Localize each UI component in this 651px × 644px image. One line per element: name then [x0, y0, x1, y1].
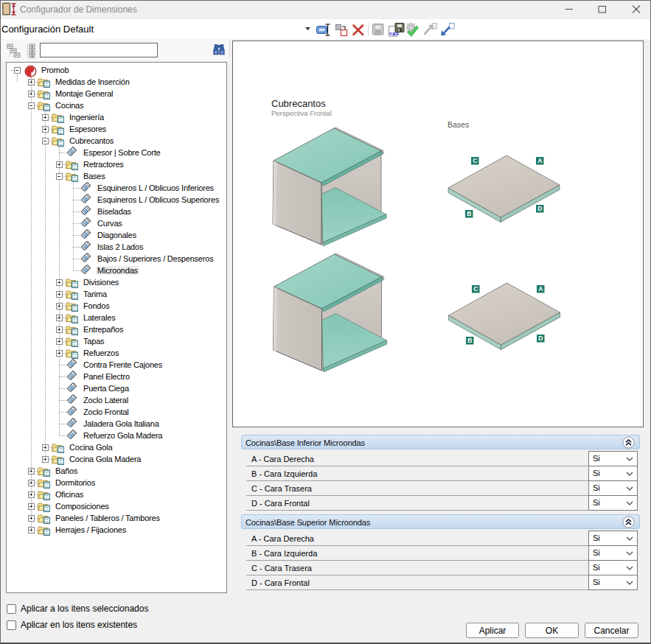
svg-text:A: A: [538, 285, 543, 293]
svg-text:Cubrecantos: Cubrecantos: [271, 98, 326, 109]
svg-text:B: B: [467, 337, 472, 344]
svg-text:Bases: Bases: [448, 120, 469, 129]
svg-text:C: C: [473, 285, 478, 293]
svg-text:D: D: [538, 335, 543, 342]
svg-text:B: B: [467, 210, 471, 217]
svg-text:<a=: <a=: [389, 31, 400, 37]
svg-text:C: C: [473, 157, 477, 164]
svg-text:A: A: [537, 157, 542, 164]
svg-text:D: D: [537, 205, 542, 212]
svg-text:Perspectiva Frontal: Perspectiva Frontal: [271, 109, 332, 117]
